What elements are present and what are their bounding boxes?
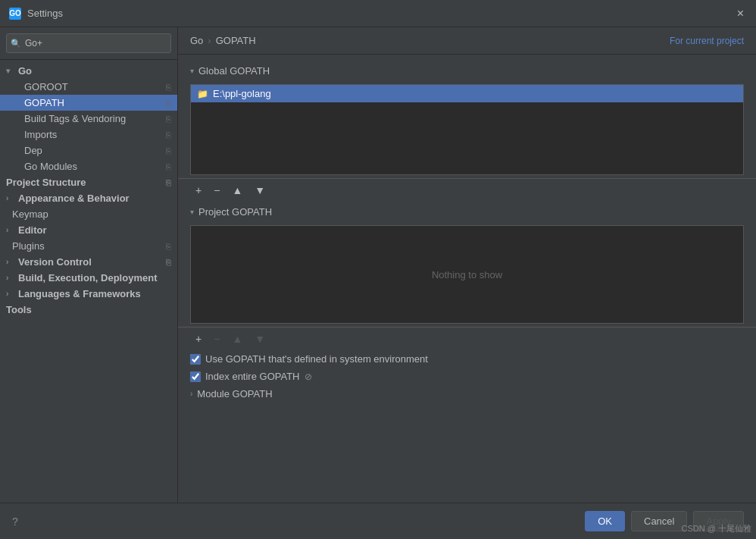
copy-icon-gopath: ⎘ <box>166 99 171 108</box>
search-wrapper: 🔍 <box>6 33 171 53</box>
global-add-button[interactable]: + <box>190 182 207 199</box>
project-remove-button[interactable]: − <box>208 331 225 347</box>
nothing-to-show-text: Nothing to show <box>432 269 502 280</box>
title-bar: GO Settings × <box>0 0 756 27</box>
index-gopath-row: Index entire GOPATH ⊘ <box>178 368 756 385</box>
breadcrumb-separator: › <box>208 35 211 46</box>
sidebar-item-goroot[interactable]: GOROOT ⎘ <box>0 79 177 95</box>
chevron-right-icon-build: › <box>6 274 15 282</box>
path-item-1[interactable]: 📁 E:\ppl-golang <box>191 85 743 102</box>
sidebar-item-keymap-label: Keymap <box>12 208 48 220</box>
help-icon-index[interactable]: ⊘ <box>305 371 312 382</box>
chevron-right-module: › <box>190 390 192 398</box>
sidebar-item-imports-label: Imports <box>24 129 57 140</box>
use-gopath-env-label: Use GOPATH that's defined in system envi… <box>205 353 428 365</box>
sidebar-item-appearance-label: Appearance & Behavior <box>18 193 130 204</box>
main-content: 🔍 ▾ Go GOROOT ⎘ GOPATH ⎘ <box>0 27 756 503</box>
settings-dialog: GO Settings × 🔍 ▾ Go GOROOT <box>0 0 756 539</box>
sidebar-item-editor-label: Editor <box>18 224 47 236</box>
breadcrumb: Go › GOPATH For current project <box>178 27 756 55</box>
copy-icon-dep: ⎘ <box>166 146 171 155</box>
use-gopath-env-checkbox[interactable] <box>190 354 201 365</box>
global-gopath-list: 📁 E:\ppl-golang <box>190 84 744 175</box>
project-gopath-empty: Nothing to show <box>190 225 744 324</box>
sidebar-item-go-modules-label: Go Modules <box>24 161 77 172</box>
sidebar-item-plugins-label: Plugins <box>12 240 45 252</box>
copy-icon-go-modules: ⎘ <box>166 162 171 171</box>
sidebar-item-build-tags-label: Build Tags & Vendoring <box>24 113 126 124</box>
cancel-button[interactable]: Cancel <box>631 511 687 531</box>
sidebar-item-version-control[interactable]: › Version Control ⎘ <box>0 254 177 270</box>
copy-icon-build-tags: ⎘ <box>166 114 171 124</box>
search-bar: 🔍 <box>0 27 177 60</box>
index-gopath-label: Index entire GOPATH <box>205 371 300 382</box>
sidebar-item-goroot-label: GOROOT <box>24 81 68 92</box>
sidebar-item-dep-label: Dep <box>24 145 42 156</box>
copy-icon-project-structure: ⎘ <box>166 178 171 187</box>
path-value-1: E:\ppl-golang <box>213 88 271 99</box>
folder-icon: 📁 <box>197 89 208 99</box>
global-down-button[interactable]: ▼ <box>249 182 270 199</box>
project-gopath-header: ▾ Project GOPATH <box>178 202 756 222</box>
search-input[interactable] <box>6 33 171 53</box>
copy-icon-plugins: ⎘ <box>166 242 171 251</box>
chevron-down-project: ▾ <box>190 208 194 216</box>
chevron-right-icon-vc: › <box>6 258 15 266</box>
module-gopath-label: Module GOPATH <box>197 388 272 400</box>
sidebar-item-tools-label: Tools <box>6 304 32 315</box>
project-gopath-toolbar: + − ▲ ▼ <box>178 327 756 350</box>
apply-button[interactable]: Apply <box>693 511 744 531</box>
project-up-button[interactable]: ▲ <box>226 331 248 347</box>
project-down-button[interactable]: ▼ <box>249 331 270 347</box>
dialog-title: Settings <box>27 8 63 19</box>
sidebar-item-languages[interactable]: › Languages & Frameworks <box>0 286 177 302</box>
panel-body: ▾ Global GOPATH 📁 E:\ppl-golang + − ▲ ▼ <box>178 55 756 503</box>
sidebar-item-gopath[interactable]: GOPATH ⎘ <box>0 95 177 111</box>
project-gopath-label: Project GOPATH <box>198 206 272 218</box>
title-bar-left: GO Settings <box>9 8 63 20</box>
project-add-button[interactable]: + <box>190 331 207 347</box>
sidebar-item-build-execution[interactable]: › Build, Execution, Deployment <box>0 270 177 286</box>
chevron-right-icon-lang: › <box>6 290 15 298</box>
sidebar-item-build-execution-label: Build, Execution, Deployment <box>18 272 157 284</box>
use-gopath-env-row: Use GOPATH that's defined in system envi… <box>178 350 756 368</box>
breadcrumb-action[interactable]: For current project <box>670 36 744 46</box>
chevron-right-icon-editor: › <box>6 226 15 234</box>
sidebar-item-gopath-label: GOPATH <box>24 97 64 108</box>
copy-icon-vc: ⎘ <box>166 258 171 267</box>
sidebar-item-imports[interactable]: Imports ⎘ <box>0 127 177 143</box>
sidebar-item-appearance[interactable]: › Appearance & Behavior <box>0 190 177 206</box>
footer: ? OK Cancel Apply <box>0 503 756 539</box>
global-gopath-label: Global GOPATH <box>198 65 270 77</box>
module-gopath-section[interactable]: › Module GOPATH <box>178 385 756 403</box>
sidebar-item-version-control-label: Version Control <box>18 256 92 268</box>
sidebar-item-go-modules[interactable]: Go Modules ⎘ <box>0 158 177 174</box>
chevron-down-global: ▾ <box>190 67 194 75</box>
chevron-right-icon-appearance: › <box>6 194 15 202</box>
sidebar-item-plugins[interactable]: Plugins ⎘ <box>0 238 177 254</box>
sidebar-item-go[interactable]: ▾ Go <box>0 63 177 79</box>
index-gopath-checkbox[interactable] <box>190 371 201 382</box>
sidebar-item-project-structure-label: Project Structure <box>6 177 86 188</box>
chevron-down-icon: ▾ <box>6 67 15 75</box>
sidebar-item-tools[interactable]: Tools <box>0 302 177 318</box>
sidebar-item-go-label: Go <box>18 65 32 77</box>
global-remove-button[interactable]: − <box>208 182 225 199</box>
breadcrumb-root: Go <box>190 35 203 46</box>
sidebar-item-build-tags[interactable]: Build Tags & Vendoring ⎘ <box>0 111 177 127</box>
sidebar-item-project-structure[interactable]: Project Structure ⎘ <box>0 174 177 190</box>
global-gopath-toolbar: + − ▲ ▼ <box>178 178 756 202</box>
search-icon: 🔍 <box>11 39 21 49</box>
sidebar-item-editor[interactable]: › Editor <box>0 222 177 238</box>
nav-tree: ▾ Go GOROOT ⎘ GOPATH ⎘ Build Tags & Vend… <box>0 60 177 503</box>
ok-button[interactable]: OK <box>585 511 625 531</box>
copy-icon-imports: ⎘ <box>166 130 171 139</box>
breadcrumb-current: GOPATH <box>216 35 256 46</box>
close-button[interactable]: × <box>734 6 747 21</box>
global-up-button[interactable]: ▲ <box>226 182 248 199</box>
sidebar-item-keymap[interactable]: Keymap <box>0 206 177 222</box>
global-gopath-header: ▾ Global GOPATH <box>178 61 756 81</box>
help-footer-icon[interactable]: ? <box>12 515 18 528</box>
right-panel: Go › GOPATH For current project ▾ Global… <box>178 27 756 503</box>
sidebar-item-dep[interactable]: Dep ⎘ <box>0 143 177 158</box>
